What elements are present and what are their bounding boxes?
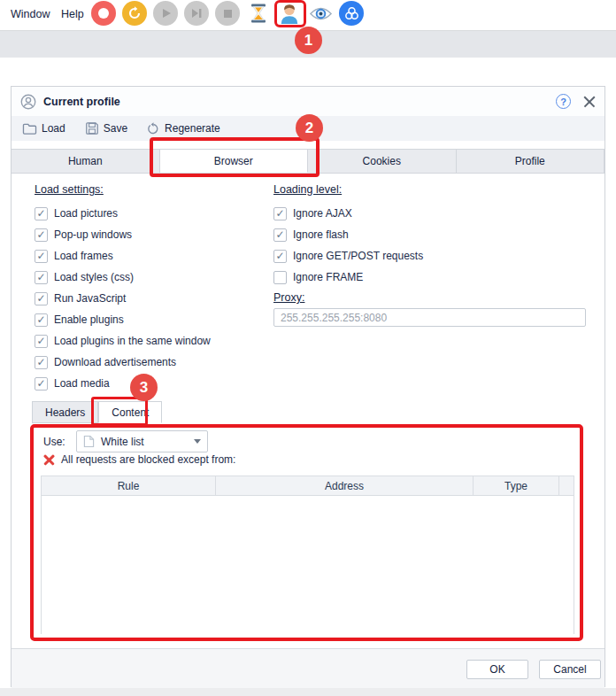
proxy-heading: Proxy:: [273, 291, 304, 304]
folder-icon: [22, 122, 37, 135]
checkbox-icon[interactable]: [35, 250, 48, 263]
menu-help[interactable]: Help: [61, 8, 84, 20]
network-icon[interactable]: [339, 1, 364, 26]
checkbox-ignore-frame[interactable]: Ignore FRAME: [273, 267, 423, 288]
checkmark-icon: [36, 272, 45, 282]
checkbox-ignore-flash[interactable]: Ignore flash: [273, 224, 423, 245]
checkmark-icon: [36, 251, 45, 261]
record-icon[interactable]: [91, 1, 116, 26]
subtab-headers[interactable]: Headers: [32, 401, 98, 423]
checkbox-icon[interactable]: [273, 271, 287, 284]
checkbox-download-advertisements[interactable]: Download advertisements: [35, 352, 211, 373]
annotation-box-content-tab: [91, 397, 148, 426]
play-icon[interactable]: [153, 1, 178, 26]
regenerate-arrow-icon: [147, 122, 160, 135]
loading-level-list: Ignore AJAX Ignore flash Ignore GET/POST…: [273, 203, 423, 288]
use-dropdown-value: White list: [101, 436, 144, 448]
blocked-note: All requests are blocked except from:: [61, 453, 235, 466]
checkbox-label: Run JavaScript: [54, 292, 126, 305]
checkbox-ignore-ajax[interactable]: Ignore AJAX: [273, 203, 423, 224]
play-triangle-icon: [163, 9, 171, 18]
refresh-arrow-icon: [127, 6, 142, 20]
checkbox-icon[interactable]: [273, 228, 287, 242]
rules-table-body[interactable]: [42, 496, 574, 634]
ok-button[interactable]: OK: [466, 660, 528, 679]
save-button[interactable]: Save: [85, 121, 127, 135]
use-label: Use:: [43, 436, 65, 448]
checkbox-icon[interactable]: [273, 250, 287, 263]
column-header-type[interactable]: Type: [474, 476, 559, 495]
checkbox-popup-windows[interactable]: Pop-up windows: [35, 224, 211, 245]
regenerate-icon[interactable]: [122, 1, 147, 26]
checkbox-load-frames[interactable]: Load frames: [35, 245, 211, 267]
checkbox-load-media[interactable]: Load media: [35, 373, 211, 394]
chevron-down-icon: [194, 439, 201, 444]
checkmark-icon: [36, 336, 45, 346]
proxy-input[interactable]: [273, 308, 586, 327]
rules-table-header: Rule Address Type: [42, 476, 574, 496]
dialog-titlebar: Current profile ?: [12, 87, 604, 116]
checkbox-label: Ignore AJAX: [293, 207, 352, 220]
checkbox-label: Load styles (css): [54, 271, 134, 283]
checkbox-ignore-get-post[interactable]: Ignore GET/POST requests: [273, 245, 423, 267]
menubar: Window Help: [0, 0, 616, 30]
checkmark-icon: [275, 251, 284, 261]
checkbox-icon[interactable]: [35, 292, 48, 305]
hourglass-icon[interactable]: [246, 1, 271, 26]
checkbox-enable-plugins[interactable]: Enable plugins: [35, 309, 211, 330]
checkbox-icon[interactable]: [35, 313, 48, 327]
stop-square-icon: [224, 10, 232, 18]
checkbox-load-pictures[interactable]: Load pictures: [35, 203, 211, 224]
annotation-box-browser-tab: [150, 137, 320, 177]
close-icon[interactable]: [583, 96, 596, 108]
profile-circle-icon: [20, 94, 36, 110]
step-forward-icon[interactable]: [184, 1, 209, 26]
trefoil-glyph-icon: [343, 5, 360, 22]
save-button-label: Save: [104, 122, 127, 135]
checkbox-label: Load plugins in the same window: [54, 335, 211, 347]
current-profile-dialog: Current profile ? Load Save Reg: [11, 86, 605, 687]
checkbox-icon[interactable]: [35, 207, 48, 220]
checkmark-icon: [36, 293, 45, 304]
checkmark-icon: [36, 229, 45, 240]
use-dropdown[interactable]: White list: [76, 430, 208, 452]
step-forward-glyph-icon: [191, 8, 203, 19]
checkbox-icon[interactable]: [35, 335, 48, 348]
stop-icon[interactable]: [215, 1, 240, 26]
checkmark-icon: [275, 208, 284, 219]
checkbox-icon[interactable]: [35, 377, 48, 391]
checkbox-icon[interactable]: [35, 228, 48, 242]
load-settings-heading: Load settings:: [35, 183, 104, 196]
checkbox-icon[interactable]: [35, 356, 48, 369]
checkbox-label: Load media: [54, 377, 110, 390]
tab-human[interactable]: Human: [12, 149, 160, 173]
checkbox-label: Enable plugins: [54, 313, 124, 326]
checkbox-run-javascript[interactable]: Run JavaScript: [35, 288, 211, 309]
menu-window[interactable]: Window: [11, 8, 50, 20]
cancel-button[interactable]: Cancel: [539, 660, 601, 679]
column-header-rule[interactable]: Rule: [42, 476, 216, 495]
tab-profile[interactable]: Profile: [457, 149, 605, 173]
annotation-box-profile-icon: [274, 0, 306, 27]
column-header-address[interactable]: Address: [216, 476, 474, 495]
checkmark-icon: [36, 208, 45, 219]
checkbox-load-plugins-same-window[interactable]: Load plugins in the same window: [35, 330, 211, 352]
checkmark-icon: [36, 378, 45, 389]
checkbox-label: Pop-up windows: [54, 228, 132, 241]
annotation-badge-2: 2: [296, 114, 323, 142]
blocked-x-icon: [43, 454, 55, 466]
checkbox-label: Ignore GET/POST requests: [293, 250, 423, 262]
annotation-badge-3: 3: [130, 374, 158, 401]
regenerate-button[interactable]: Regenerate: [147, 122, 220, 135]
checkbox-load-styles[interactable]: Load styles (css): [35, 267, 211, 288]
checkbox-label: Load frames: [54, 250, 113, 262]
tab-cookies[interactable]: Cookies: [308, 149, 457, 173]
load-button-label: Load: [42, 122, 65, 135]
eye-icon[interactable]: [308, 1, 333, 26]
checkbox-icon[interactable]: [273, 207, 287, 220]
help-icon[interactable]: ?: [556, 94, 571, 109]
regenerate-button-label: Regenerate: [165, 122, 220, 135]
checkbox-icon[interactable]: [35, 271, 48, 284]
load-settings-list: Load pictures Pop-up windows Load frames…: [35, 203, 211, 394]
load-button[interactable]: Load: [22, 122, 65, 135]
